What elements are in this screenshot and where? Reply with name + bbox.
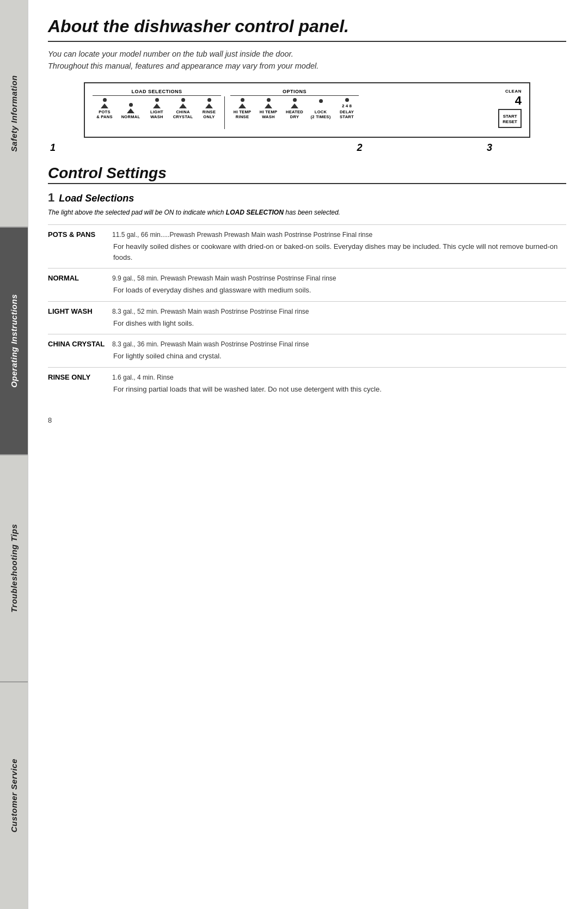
sidebar-label-troubleshooting: Troubleshooting Tips (9, 524, 19, 613)
load-item-header: RINSE ONLY 1.6 gal., 4 min. Rinse (48, 373, 566, 381)
load-item-desc: For rinsing partial loads that will be w… (48, 384, 566, 395)
sidebar-section-safety[interactable]: Safety Information (0, 0, 28, 228)
load-item-header: LIGHT WASH 8.3 gal., 52 min. Prewash Mai… (48, 307, 566, 315)
panel-number-1: 1 (50, 142, 56, 154)
load-item-name: POTS & PANS (48, 230, 108, 239)
panel-number-3: 3 (487, 142, 492, 154)
page-number: 8 (48, 416, 566, 424)
list-item: LIGHT WASH 8.3 gal., 52 min. Prewash Mai… (48, 301, 566, 334)
section-divider (48, 183, 566, 184)
load-item-header: CHINA CRYSTAL 8.3 gal., 36 min. Prewash … (48, 340, 566, 348)
hi-temp-rinse-button[interactable]: HI TEMPRINSE (230, 98, 254, 119)
load-item-name: RINSE ONLY (48, 373, 108, 381)
load-item-name: NORMAL (48, 274, 108, 282)
lock-button[interactable]: LOCK(2 TIMES) (309, 99, 333, 119)
load-item-specs: 11.5 gal., 66 min.....Prewash Prewash Pr… (112, 231, 372, 239)
list-item: CHINA CRYSTAL 8.3 gal., 36 min. Prewash … (48, 334, 566, 367)
china-crystal-button[interactable]: CHINACRYSTAL (171, 98, 195, 119)
start-reset-button[interactable]: STARTRESET (498, 109, 522, 129)
control-panel-diagram: LOAD SELECTIONS POTS& PANS (84, 82, 530, 138)
sidebar: Safety Information Operating Instruction… (0, 0, 28, 909)
clean-number: 4 (515, 95, 522, 107)
load-item-name: LIGHT WASH (48, 307, 108, 315)
heated-dry-button[interactable]: HEATEDDRY (283, 98, 307, 119)
section-number: 1 (48, 191, 54, 205)
sidebar-label-safety: Safety Information (9, 75, 19, 152)
load-selections-header: LOAD SELECTIONS (93, 89, 221, 96)
pots-pans-button[interactable]: POTS& PANS (93, 98, 117, 119)
load-item-header: POTS & PANS 11.5 gal., 66 min.....Prewas… (48, 230, 566, 239)
sidebar-section-customer[interactable]: Customer Service (0, 682, 28, 909)
normal-button[interactable]: NORMAL (119, 103, 143, 119)
load-item-specs: 9.9 gal., 58 min. Prewash Prewash Main w… (112, 274, 336, 282)
load-item-desc: For loads of everyday dishes and glasswa… (48, 285, 566, 296)
load-item-desc: For heavily soiled dishes or cookware wi… (48, 241, 566, 263)
load-item-specs: 8.3 gal., 52 min. Prewash Main wash Post… (112, 308, 309, 315)
load-item-desc: For lightly soiled china and crystal. (48, 351, 566, 362)
panel-number-2: 2 (357, 142, 362, 154)
sidebar-label-customer: Customer Service (9, 759, 19, 833)
delay-start-button[interactable]: 2 4 8 DELAYSTART (335, 98, 359, 119)
options-header: OPTIONS (230, 89, 359, 96)
load-item-header: NORMAL 9.9 gal., 58 min. Prewash Prewash… (48, 274, 566, 282)
sidebar-section-operating[interactable]: Operating Instructions (0, 228, 28, 455)
load-item-specs: 8.3 gal., 36 min. Prewash Main wash Post… (112, 340, 309, 348)
list-item: NORMAL 9.9 gal., 58 min. Prewash Prewash… (48, 268, 566, 301)
rinse-only-button[interactable]: RINSEONLY (197, 98, 221, 119)
load-selections-title: Load Selections (59, 193, 134, 204)
panel-numbers-row: 1 2 3 (48, 142, 494, 154)
intro-text: You can locate your model number on the … (48, 48, 566, 72)
main-content: About the dishwasher control panel. You … (28, 0, 588, 909)
control-settings-title: Control Settings (48, 164, 566, 182)
sidebar-label-operating: Operating Instructions (9, 294, 19, 388)
section-subtitle: The light above the selected pad will be… (48, 208, 566, 217)
sidebar-section-troubleshooting[interactable]: Troubleshooting Tips (0, 455, 28, 683)
page-title: About the dishwasher control panel. (48, 16, 566, 42)
load-item-desc: For dishes with light soils. (48, 318, 566, 329)
clean-area: CLEAN 4 STARTRESET (498, 89, 522, 129)
hi-temp-wash-button[interactable]: HI TEMPWASH (256, 98, 280, 119)
load-item-specs: 1.6 gal., 4 min. Rinse (112, 374, 174, 381)
light-wash-button[interactable]: LIGHTWASH (145, 98, 169, 119)
section-header: 1 Load Selections (48, 191, 566, 205)
list-item: RINSE ONLY 1.6 gal., 4 min. Rinse For ri… (48, 367, 566, 400)
load-item-name: CHINA CRYSTAL (48, 340, 108, 348)
load-items-list: POTS & PANS 11.5 gal., 66 min.....Prewas… (48, 224, 566, 400)
clean-label: CLEAN (505, 89, 522, 94)
list-item: POTS & PANS 11.5 gal., 66 min.....Prewas… (48, 224, 566, 268)
